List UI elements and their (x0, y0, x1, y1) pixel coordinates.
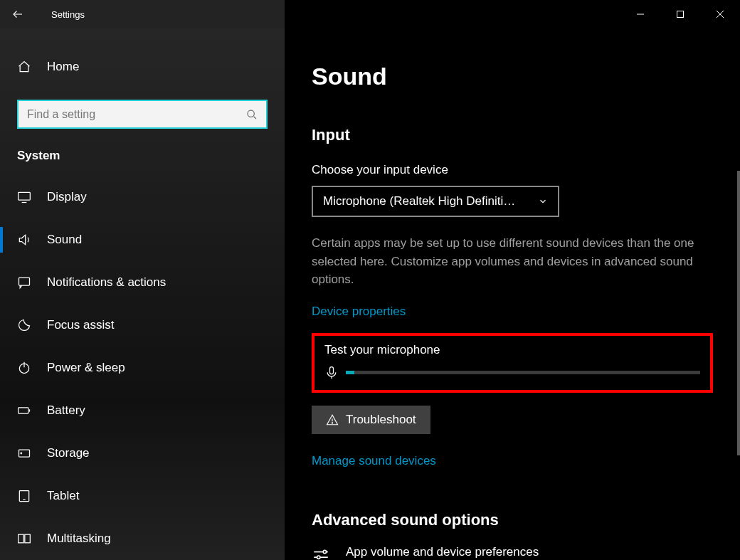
window-title: Settings (51, 9, 85, 20)
nav-home-label: Home (47, 60, 79, 74)
nav-item-focus[interactable]: Focus assist (0, 304, 285, 347)
sidebar: Home System DisplaySoundNotifications & … (0, 28, 285, 560)
svg-point-13 (323, 550, 326, 553)
scrollbar[interactable] (737, 171, 740, 455)
nav-item-storage[interactable]: Storage (0, 432, 285, 475)
mic-level-meter (346, 371, 700, 374)
maximize-button[interactable] (660, 0, 700, 28)
nav-item-label: Multitasking (47, 532, 111, 546)
nav-item-tablet[interactable]: Tablet (0, 475, 285, 517)
manage-sound-devices-link[interactable]: Manage sound devices (312, 454, 436, 468)
svg-rect-5 (18, 408, 28, 413)
power-icon (17, 361, 31, 375)
titlebar: Settings (0, 0, 740, 28)
nav-item-label: Storage (47, 446, 90, 460)
sliders-icon (312, 545, 332, 561)
search-input[interactable] (27, 108, 246, 121)
svg-rect-3 (19, 278, 30, 285)
storage-icon (17, 446, 31, 460)
troubleshoot-label: Troubleshoot (346, 413, 416, 427)
nav-item-label: Battery (47, 403, 85, 418)
sound-icon (17, 233, 31, 247)
app-volume-title: App volume and device preferences (346, 545, 643, 559)
nav-item-notifications[interactable]: Notifications & actions (0, 261, 285, 304)
multitask-icon (17, 532, 31, 546)
chevron-down-icon (538, 196, 548, 206)
nav-item-display[interactable]: Display (0, 176, 285, 218)
input-description: Certain apps may be set up to use differ… (312, 234, 710, 289)
nav-list: DisplaySoundNotifications & actionsFocus… (0, 176, 285, 560)
section-input: Input (312, 126, 713, 144)
nav-item-label: Tablet (47, 489, 79, 503)
content: Sound Input Choose your input device Mic… (285, 28, 740, 560)
nav-item-battery[interactable]: Battery (0, 389, 285, 432)
device-properties-link[interactable]: Device properties (312, 305, 406, 319)
troubleshoot-button[interactable]: Troubleshoot (312, 406, 430, 434)
nav-item-multitask[interactable]: Multitasking (0, 517, 285, 560)
nav-item-label: Notifications & actions (47, 275, 166, 290)
nav-group-system: System (0, 149, 285, 176)
nav-home[interactable]: Home (0, 48, 285, 85)
svg-rect-11 (330, 366, 334, 374)
home-icon (17, 60, 31, 74)
nav-item-label: Power & sleep (47, 361, 125, 375)
nav-item-label: Display (47, 190, 87, 204)
battery-icon (17, 403, 31, 418)
choose-input-label: Choose your input device (312, 163, 713, 177)
svg-point-14 (317, 556, 320, 559)
nav-item-label: Focus assist (47, 318, 114, 332)
test-microphone-highlight: Test your microphone (312, 333, 713, 393)
test-mic-label: Test your microphone (324, 343, 700, 357)
svg-rect-9 (18, 534, 24, 543)
svg-rect-0 (677, 11, 684, 18)
svg-rect-10 (25, 534, 31, 543)
microphone-icon (324, 364, 339, 381)
minimize-button[interactable] (620, 0, 660, 28)
warning-icon (326, 413, 339, 426)
svg-point-12 (332, 422, 332, 423)
input-device-dropdown[interactable]: Microphone (Realtek High Definiti… (312, 186, 559, 217)
back-button[interactable] (0, 8, 36, 21)
svg-point-1 (248, 110, 254, 117)
close-button[interactable] (700, 0, 740, 28)
display-icon (17, 190, 31, 204)
svg-point-7 (21, 453, 22, 454)
focus-icon (17, 318, 31, 332)
mic-level-fill (346, 371, 354, 374)
advanced-sound-heading: Advanced sound options (312, 511, 713, 529)
nav-item-label: Sound (47, 233, 82, 247)
tablet-icon (17, 489, 31, 503)
nav-item-power[interactable]: Power & sleep (0, 347, 285, 389)
page-title: Sound (312, 63, 713, 90)
search-icon (246, 109, 258, 120)
nav-item-sound[interactable]: Sound (0, 218, 285, 261)
search-box[interactable] (17, 100, 268, 129)
notifications-icon (17, 275, 31, 290)
svg-rect-2 (18, 192, 31, 200)
input-device-selected: Microphone (Realtek High Definiti… (323, 194, 515, 208)
app-volume-preferences[interactable]: App volume and device preferences Custom… (312, 545, 713, 561)
